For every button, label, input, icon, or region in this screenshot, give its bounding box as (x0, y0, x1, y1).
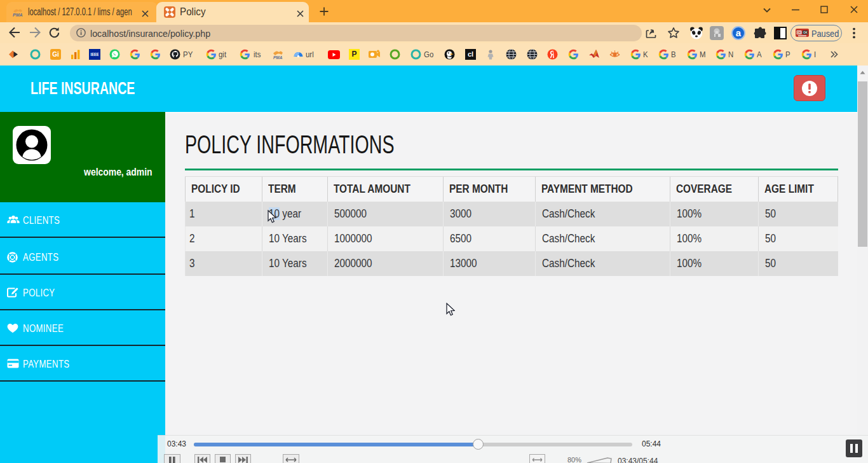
svg-text:OK: OK (803, 31, 808, 34)
svg-text:PMA: PMA (13, 13, 23, 17)
svg-text:PMA: PMA (273, 55, 283, 60)
svg-text:OK: OK (797, 31, 802, 34)
